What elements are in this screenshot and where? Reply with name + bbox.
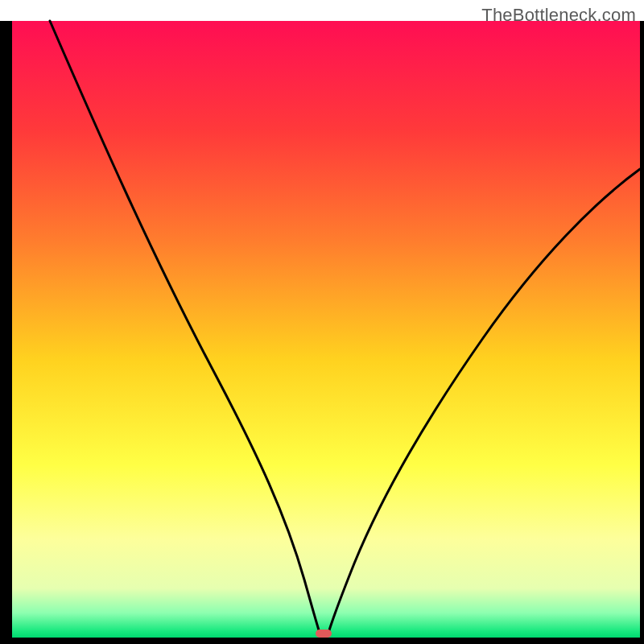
chart-stage: TheBottleneck.com xyxy=(0,0,644,644)
watermark-text: TheBottleneck.com xyxy=(481,5,636,26)
min-marker xyxy=(316,630,332,638)
chart-svg xyxy=(0,0,644,644)
gradient-area xyxy=(12,21,640,638)
